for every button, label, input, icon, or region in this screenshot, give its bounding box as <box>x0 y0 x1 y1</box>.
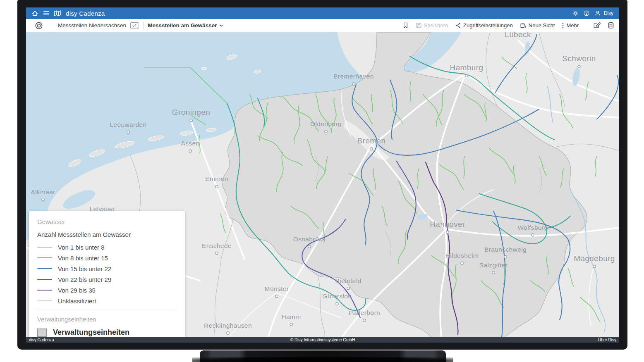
city-label: Bremen <box>357 136 386 145</box>
city-label: Bielefeld <box>335 277 361 284</box>
city-marker <box>578 65 580 68</box>
app-header: disy Cadenza Disy <box>26 7 619 19</box>
new-view-button[interactable]: Neue Sicht <box>520 22 555 29</box>
city-marker <box>189 150 192 152</box>
city-marker <box>465 74 468 77</box>
new-view-icon <box>520 22 527 29</box>
legend-class-swatch <box>37 279 52 280</box>
map-nav-button[interactable] <box>52 7 63 19</box>
city-label: Osnabrück <box>293 236 326 243</box>
city-label: Hamm <box>281 313 301 320</box>
access-settings-button[interactable]: Zugriffseinstellungen <box>455 22 513 29</box>
app-window: disy Cadenza Disy Messstellen Niedersa <box>26 7 619 343</box>
settings-button[interactable] <box>570 7 581 19</box>
city-label: Emmen <box>205 175 228 182</box>
gear-icon <box>572 10 579 17</box>
city-marker <box>352 83 355 85</box>
map-icon <box>54 10 61 17</box>
status-bar: disy Cadenza © Disy Informationssysteme … <box>26 337 619 343</box>
legend-class-label: Unklassifiziert <box>58 298 96 305</box>
city-label: Braunschweig <box>484 246 527 253</box>
more-button[interactable]: Mehr <box>562 22 579 29</box>
admin-units-swatch <box>37 329 47 337</box>
legend-class-row: Von 15 bis unter 22 <box>37 263 177 274</box>
city-label: Bremerhaven <box>333 73 373 80</box>
legend-group-title: Gewässer <box>37 218 177 225</box>
toolbar-right-divider <box>586 22 586 29</box>
city-label: Assen <box>181 140 199 147</box>
bookmark-button[interactable] <box>402 22 409 29</box>
city-marker <box>593 265 596 268</box>
monitor-stand <box>200 350 446 362</box>
home-button[interactable] <box>29 7 41 19</box>
city-marker <box>308 245 311 248</box>
city-marker <box>42 198 44 200</box>
menu-button[interactable] <box>41 7 52 19</box>
save-button[interactable]: Speichern <box>416 22 448 29</box>
toolbar-divider <box>143 22 144 29</box>
city-marker <box>336 302 338 305</box>
edit-note-icon <box>593 22 601 29</box>
city-label: Hildesheim <box>445 252 479 259</box>
access-settings-label: Zugriffseinstellungen <box>463 22 513 29</box>
workbook-name[interactable]: Messstellen Niedersachsen <box>58 22 126 29</box>
city-label: Lübeck <box>505 32 531 39</box>
legend-group2-title: Verwaltungseinheiten <box>37 316 177 323</box>
toolbar-main: Messstellen Niedersachsen v1 Messstellen… <box>52 22 224 29</box>
legend-panel[interactable]: Gewässer Anzahl Messstellen am Gewässer … <box>29 211 185 337</box>
city-marker <box>190 119 192 121</box>
legend-class-row: Von 1 bis unter 8 <box>37 242 177 252</box>
share-icon <box>455 22 461 29</box>
toolbar-actions: Speichern Zugriffseinstellungen Neue Sic… <box>402 22 620 29</box>
city-marker <box>363 319 366 322</box>
version-badge: v1 <box>130 22 139 29</box>
legend-class-swatch <box>37 300 52 301</box>
legend-class-label: Von 15 bis unter 22 <box>58 265 111 272</box>
app-title: disy Cadenza <box>66 10 105 17</box>
legend-class-row: Von 8 bis unter 15 <box>37 252 177 263</box>
more-label: Mehr <box>566 22 579 29</box>
map-view[interactable]: LübeckSchwerinHamburgBremerhavenGroninge… <box>26 32 619 337</box>
city-label: Alkmaar <box>31 188 55 195</box>
legend-class-row: Von 22 bis unter 29 <box>37 274 177 285</box>
city-label: Magdeburg <box>574 254 615 263</box>
help-button[interactable] <box>581 7 592 19</box>
legend-class-label: Von 29 bis 35 <box>58 287 96 294</box>
user-button[interactable] <box>592 7 603 19</box>
new-view-label: Neue Sicht <box>529 22 555 29</box>
legend-divider <box>37 310 177 310</box>
status-copyright: © Disy Informationssysteme GmbH <box>26 338 619 342</box>
target-button[interactable] <box>26 19 52 32</box>
city-label: Recklinghausen <box>204 322 252 329</box>
about-disy-link[interactable]: Über Disy <box>598 338 616 342</box>
legend-admin-row: Verwaltungseinheiten <box>37 328 177 337</box>
legend-class-label: Von 8 bis unter 15 <box>58 255 108 262</box>
city-marker <box>446 231 449 233</box>
city-marker <box>215 185 218 188</box>
city-label: Enschede <box>202 242 232 249</box>
edit-note-button[interactable] <box>593 22 601 29</box>
legend-class-label: Von 1 bis unter 8 <box>58 244 105 251</box>
hamburger-icon <box>43 10 50 17</box>
help-icon <box>583 10 590 17</box>
city-label: Salzgitter <box>479 262 508 269</box>
city-label: Hamburg <box>450 63 484 72</box>
city-label: Leeuwarden <box>110 121 146 128</box>
city-marker <box>531 233 534 236</box>
save-icon <box>416 22 422 29</box>
city-marker <box>347 287 350 290</box>
legend-layer-title: Anzahl Messstellen am Gewässer <box>37 231 177 238</box>
city-label: Groningen <box>172 108 210 117</box>
city-label: Wolfsburg <box>517 224 548 231</box>
legend-class-swatch <box>37 290 52 291</box>
legend-class-swatch <box>37 247 52 248</box>
city-marker <box>325 130 327 133</box>
city-label: Oldenburg <box>310 120 342 127</box>
kebab-icon <box>562 22 564 29</box>
data-source-button[interactable] <box>608 22 614 29</box>
user-name[interactable]: Disy <box>604 10 613 16</box>
database-icon <box>608 22 614 29</box>
city-marker <box>275 295 278 298</box>
workbook-toolbar: Messstellen Niedersachsen v1 Messstellen… <box>26 19 619 32</box>
view-selector[interactable]: Messstellen am Gewässer <box>148 22 223 29</box>
